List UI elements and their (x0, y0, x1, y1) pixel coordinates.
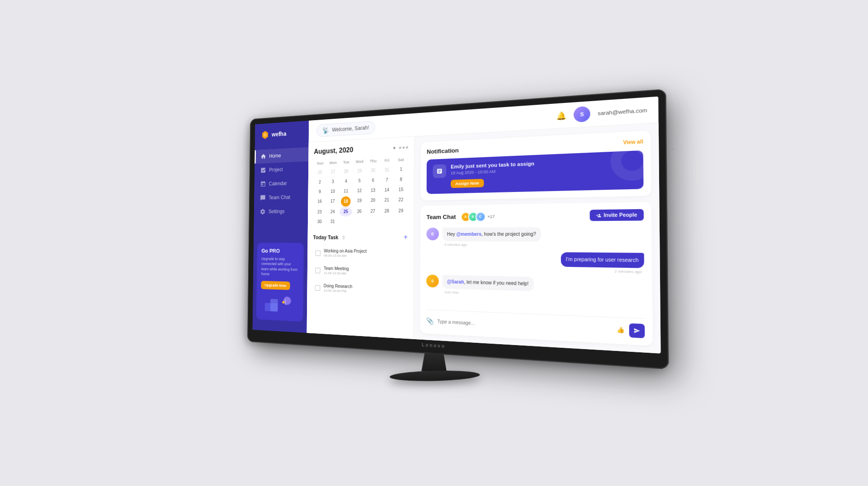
calendar-month-year: August, 2020 (309, 144, 351, 153)
task-item-1: Working on Asia Project 08.00-10.00 AM (309, 245, 407, 262)
settings-nav-icon (251, 207, 257, 214)
notif-task-icon (433, 164, 446, 178)
welcome-badge: 📡 Welcome, Sarah! (312, 118, 374, 133)
day-sat: Sat (393, 156, 408, 162)
msg-avatar-1: E (426, 228, 439, 240)
cal-date[interactable]: 16 (309, 195, 323, 206)
msg-avatar-3: S (426, 275, 439, 287)
cal-date[interactable]: 5 (351, 175, 364, 185)
cal-date[interactable]: 30 (309, 216, 322, 226)
cal-date[interactable]: 28 (337, 165, 350, 175)
day-thu: Thu (365, 156, 379, 163)
cal-date[interactable]: 28 (379, 206, 393, 216)
cal-date[interactable]: 31 (379, 164, 393, 174)
message-row-3: S @Sarah, let me know if you need help! … (426, 275, 632, 297)
right-section: Notification View all (414, 130, 646, 346)
mention-sarah: @Sarah (447, 279, 463, 285)
chat-messages: E Hey @members, how's the project going?… (426, 228, 632, 309)
notification-section: Notification View all (420, 136, 639, 200)
msg-content-3: @Sarah, let me know if you need help! Ju… (442, 275, 531, 295)
attach-icon[interactable]: 📎 (426, 317, 434, 324)
go-pro-title: Go PRO (253, 248, 294, 254)
monitor-screen: wefha Home (243, 105, 646, 347)
logo-icon (251, 124, 261, 135)
calendar-nav-icon (251, 178, 257, 184)
calendar-section: August, 2020 ▼ (302, 136, 415, 340)
mention-members: @members (456, 232, 481, 237)
bell-icon[interactable]: 🔔 (553, 115, 562, 124)
cal-date[interactable]: 23 (309, 206, 323, 216)
monitor-stand-neck (418, 353, 450, 371)
cal-date[interactable]: 21 (379, 195, 393, 206)
chat-input[interactable] (437, 318, 603, 328)
assign-now-button[interactable]: Assign Now (451, 180, 483, 188)
cal-date[interactable]: 29 (351, 164, 364, 174)
monitor-base (389, 369, 481, 382)
day-sun: Sun (309, 157, 323, 164)
task-checkbox-3[interactable] (311, 286, 317, 292)
header-right: 🔔 S sarah@wefha.com (553, 110, 636, 127)
svg-rect-0 (257, 306, 271, 315)
task-checkbox-1[interactable] (311, 250, 317, 257)
cal-date[interactable]: 27 (365, 206, 379, 216)
chat-avatars: A B C +17 (460, 212, 494, 222)
day-wed: Wed (351, 157, 365, 163)
msg-content-2: I'm preparing for user research 2 minute… (556, 252, 632, 272)
task-item-2: Team Meeting 11.00-12.00 AM (309, 263, 407, 280)
task-checkbox-2[interactable] (311, 268, 317, 275)
calendar-dropdown-icon[interactable]: ▼ (392, 144, 396, 149)
cal-date[interactable]: 8 (394, 174, 408, 184)
task-time-2: 11.00-12.00 AM (321, 272, 405, 277)
notification-card: Emily just sent you task to assign 18 Au… (427, 155, 632, 194)
invite-people-button[interactable]: Invite People (584, 211, 632, 222)
cal-date[interactable]: 13 (365, 185, 379, 195)
cal-date[interactable]: 26 (351, 206, 364, 216)
cal-date[interactable]: 12 (351, 185, 364, 195)
calendar-more[interactable] (399, 145, 408, 147)
tasks-title: Today Task (309, 234, 335, 241)
logo: wefha (245, 123, 304, 135)
sidebar-item-settings[interactable]: Settings (244, 202, 303, 217)
cal-date[interactable]: 26 (309, 165, 323, 175)
chat-nav-icon (251, 192, 257, 199)
cal-date[interactable]: 15 (394, 184, 408, 194)
msg-content-1: Hey @members, how's the project going? 3… (443, 228, 538, 247)
pro-illustration (255, 295, 291, 318)
task-item-3: Doing Research 13.00-16.00 PM (308, 281, 407, 299)
chat-input-area: 📎 👍 (426, 309, 632, 333)
cal-date[interactable]: 14 (379, 184, 393, 194)
monitor-brand: Lenovo (422, 342, 446, 348)
upgrade-button[interactable]: Upgrade Now (253, 283, 284, 292)
sidebar-item-home[interactable]: Home (245, 144, 304, 159)
cal-date[interactable]: 11 (337, 185, 350, 195)
cal-date[interactable]: 7 (379, 174, 393, 184)
go-pro-desc: Upgrade to stay connected with your team… (253, 257, 294, 279)
msg-time-1: 3 minutes ago (443, 243, 538, 247)
msg-bubble-2: I'm preparing for user research (556, 252, 632, 267)
welcome-text: Welcome, Sarah! (329, 122, 368, 129)
task-time-1: 08.00-10.00 AM (321, 254, 405, 258)
today-tasks: Today Task 3 + Working on Asia Pro (308, 233, 407, 299)
cal-date[interactable]: 19 (351, 195, 364, 206)
cal-date[interactable]: 30 (365, 164, 379, 174)
view-all-link[interactable]: View all (614, 145, 632, 150)
cal-date[interactable]: 22 (393, 195, 407, 206)
task-time-3: 13.00-16.00 PM (320, 290, 405, 295)
cal-date-today[interactable]: 18 (339, 195, 349, 206)
cal-date[interactable]: 4 (337, 175, 350, 185)
cal-date[interactable]: 20 (365, 195, 379, 206)
cal-date[interactable]: 6 (365, 174, 379, 184)
user-email: sarah@wefha.com (591, 114, 636, 121)
chat-title: Team Chat (426, 214, 456, 220)
cal-date[interactable]: 29 (393, 206, 407, 215)
cal-date[interactable]: 1 (394, 164, 408, 173)
message-row-1: E Hey @members, how's the project going?… (426, 228, 632, 248)
day-fri: Fri (379, 156, 393, 162)
add-task-button[interactable]: + (403, 233, 407, 241)
svg-rect-3 (277, 307, 284, 315)
project-icon (251, 163, 257, 170)
notif-content: Emily just sent you task to assign 18 Au… (451, 161, 625, 188)
user-avatar: S (569, 111, 584, 126)
message-row-2: I'm preparing for user research 2 minute… (426, 251, 632, 272)
wave-icon: 📡 (318, 123, 326, 130)
